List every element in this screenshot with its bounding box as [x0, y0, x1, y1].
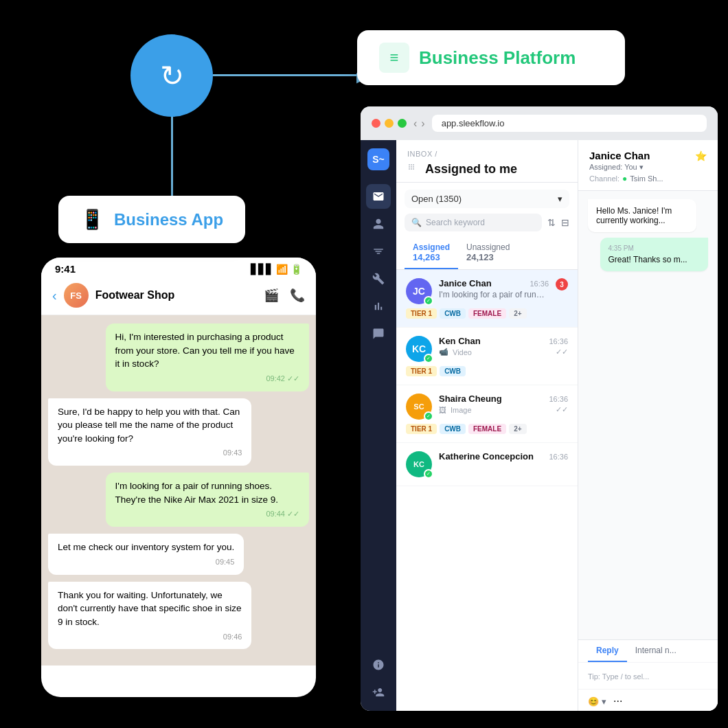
tag-female-3: FEMALE [468, 424, 506, 434]
msg-time-1: 09:42 ✓✓ [115, 374, 299, 385]
phone-header: ‹ FS Footwear Shop 🎬 📞 [41, 277, 316, 315]
open-select[interactable]: Open (1350) ▾ [405, 190, 569, 208]
sidebar-item-contacts[interactable] [366, 212, 391, 236]
battery-icon: 🔋 [291, 264, 302, 275]
reply-tabs: Reply Internal n... [578, 639, 718, 662]
assigned-label: Assigned: You [589, 163, 637, 171]
whatsapp-channel-icon: ● [622, 174, 627, 183]
sidebar-item-chat[interactable] [366, 321, 391, 346]
sync-circle: ↻ [130, 34, 213, 117]
business-platform-card: ≡ Business Platform [357, 30, 625, 85]
emoji-chevron: ▾ [602, 696, 606, 707]
address-bar[interactable]: app.sleekflow.io [432, 115, 707, 132]
reply-area[interactable]: Tip: Type / to sel... [578, 662, 718, 689]
detail-msg-received-1: Hello Ms. Janice! I'm currently working.… [588, 199, 696, 232]
inbox-filter: Open (1350) ▾ [396, 183, 578, 208]
internal-note-tab[interactable]: Internal n... [627, 640, 685, 662]
conv-item-shaira-cheung[interactable]: SC ✓ Shaira Cheung 16:36 🖼 Image ✓ [396, 385, 578, 443]
star-badge: ⭐ [695, 150, 707, 161]
sort-icon[interactable]: ⇅ [547, 217, 556, 228]
forward-nav-button[interactable]: › [421, 117, 424, 130]
conv-item-janice-chan[interactable]: JC ✓ Janice Chan 16:36 I'm looking for a… [396, 270, 578, 328]
browser-window: ‹ › app.sleekflow.io S~ [361, 106, 718, 711]
layout-icon [407, 163, 420, 175]
filter-icons: ⇅ ⊟ [547, 217, 569, 228]
reply-toolbar: 😊 ▾ ··· [578, 689, 718, 711]
conversation-list: JC ✓ Janice Chan 16:36 I'm looking for a… [396, 270, 578, 711]
bp-icon: ≡ [379, 43, 409, 73]
close-window-button[interactable] [372, 119, 380, 128]
sidebar-item-info[interactable] [366, 652, 391, 677]
msg-text-4: Let me check our inventory system for yo… [58, 542, 234, 552]
call-icons: 🎬 📞 [264, 288, 305, 303]
unread-badge-1: 3 [556, 278, 568, 291]
conv-body-2: Ken Chan 16:36 📹 Video ✓✓ [439, 336, 568, 356]
sidebar-item-tools[interactable] [366, 266, 391, 291]
msg-text-2: Sure, I'd be happy to help you with that… [58, 407, 240, 444]
business-platform-label: Business Platform [419, 47, 576, 69]
conv-meta-3: 🖼 Image ✓✓ [439, 405, 568, 414]
emoji-button[interactable]: 😊 ▾ [588, 696, 606, 707]
more-options-icon[interactable]: ··· [613, 695, 622, 707]
msg-time-4: 09:45 [58, 557, 234, 568]
detail-msg-sent-1: 4:35 PM Great! Thanks so m... [600, 238, 709, 271]
contact-name-row: Janice Chan ⭐ [589, 150, 707, 161]
channel-name: Tsim Sh... [630, 174, 663, 183]
emoji-icon: 😊 [588, 696, 599, 707]
conv-name-1: Janice Chan [439, 278, 492, 288]
conv-avatar-wrap-2: KC ✓ [406, 336, 432, 362]
search-row: 🔍 Search keyword ⇅ ⊟ [396, 208, 578, 237]
back-nav-button[interactable]: ‹ [413, 117, 417, 130]
sidebar-item-broadcast[interactable] [366, 239, 391, 264]
msg-text-5: Thank you for waiting. Unfortunately, we… [58, 590, 241, 627]
reply-hint: Tip: Type / to sel... [588, 672, 649, 681]
search-icon: 🔍 [411, 218, 422, 227]
assigned-label: Assigned [413, 242, 450, 252]
tab-assigned[interactable]: Assigned 14,263 [405, 237, 458, 269]
back-button[interactable]: ‹ [52, 288, 57, 304]
traffic-lights [372, 119, 407, 128]
sidebar-item-analytics[interactable] [366, 294, 391, 319]
msg-time-3: 09:44 ✓✓ [115, 509, 299, 520]
reply-tab[interactable]: Reply [588, 640, 627, 662]
phone-call-icon[interactable]: 📞 [290, 288, 305, 303]
tag-plus-3: 2+ [509, 424, 526, 434]
msg-text-1: Hi, I'm interested in purchasing a produ… [115, 332, 295, 369]
chat-bubble-received-2: Let me check our inventory system for yo… [48, 534, 244, 575]
contact-name: Janice Chan [589, 150, 650, 161]
conv-name-3: Shaira Cheung [439, 394, 502, 404]
tag-cwb-1: CWB [440, 308, 466, 319]
chat-bubble-sent-1: Hi, I'm interested in purchasing a produ… [106, 323, 309, 391]
tag-female-1: FEMALE [468, 308, 506, 319]
conv-item-ken-chan[interactable]: KC ✓ Ken Chan 16:36 📹 Video ✓✓ [396, 328, 578, 385]
video-call-icon[interactable]: 🎬 [264, 288, 279, 303]
conv-name-4: Katherine Concepcion [439, 451, 534, 462]
detail-contact: Janice Chan ⭐ Assigned: You ▾ Channel: ●… [578, 140, 718, 191]
detail-msg-text-2: Great! Thanks so m... [608, 255, 701, 264]
tags-row-3: TIER 1 CWB FEMALE 2+ [406, 424, 568, 434]
search-box[interactable]: 🔍 Search keyword [405, 214, 542, 231]
chat-bubble-received-1: Sure, I'd be happy to help you with that… [48, 398, 251, 466]
sidebar-nav: S~ [361, 140, 396, 711]
filter-icon[interactable]: ⊟ [561, 217, 569, 228]
tag-tier1-2: TIER 1 [406, 366, 437, 376]
tags-row-1: TIER 1 CWB FEMALE 2+ [406, 308, 568, 319]
sidebar-item-inbox[interactable] [366, 184, 391, 209]
conv-name-row-4: Katherine Concepcion 16:36 [439, 451, 568, 462]
conv-image-label-3: Image [451, 406, 472, 414]
tab-unassigned[interactable]: Unassigned 24,123 [458, 237, 518, 269]
app-chrome: S~ [361, 140, 718, 711]
unassigned-count: 24,123 [466, 252, 510, 262]
conv-video-label-2: Video [453, 348, 472, 356]
detail-msg-text-1: Hello Ms. Janice! I'm currently working.… [596, 206, 688, 225]
tag-plus-1: 2+ [509, 308, 526, 319]
inbox-panel: INBOX / Assigned to me Open (1350) ▾ 🔍 S… [396, 140, 578, 711]
conv-item-katherine[interactable]: KC ✓ Katherine Concepcion 16:36 [396, 443, 578, 486]
whatsapp-badge-4: ✓ [424, 469, 433, 479]
tag-cwb-3: CWB [440, 424, 466, 434]
maximize-window-button[interactable] [398, 119, 407, 128]
sidebar-item-add-user[interactable] [366, 680, 391, 705]
minimize-window-button[interactable] [385, 119, 394, 128]
wifi-icon: 📶 [276, 264, 288, 275]
conv-avatar-wrap-3: SC ✓ [406, 394, 432, 420]
